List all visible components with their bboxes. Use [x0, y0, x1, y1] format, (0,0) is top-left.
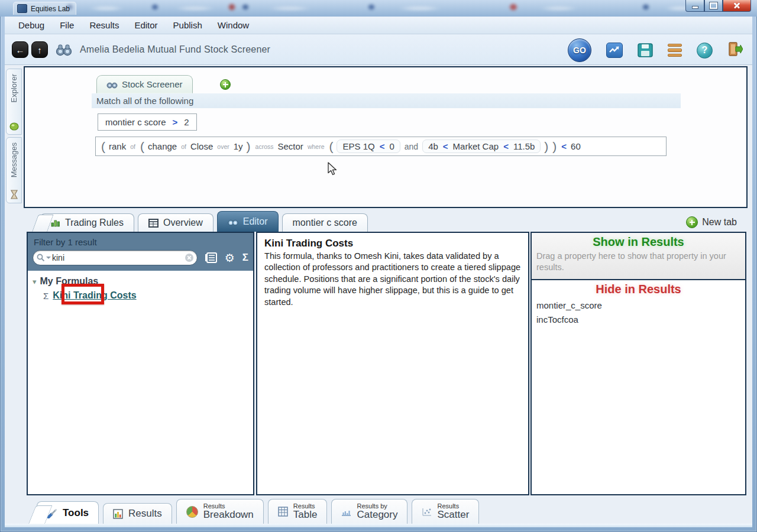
search-field[interactable] [33, 250, 198, 265]
tab-results-scatter[interactable]: Results Scatter [412, 499, 479, 524]
fn-rank: rank [109, 141, 126, 151]
equities-lab-window: Equities Lab Debug File Results Editor P… [0, 0, 757, 532]
show-in-results-dropzone[interactable]: Show in Results Drag a property here to … [532, 233, 745, 280]
kw-of: of [180, 143, 187, 150]
filter-result-count: Filter by 1 result [28, 233, 253, 247]
expander-icon[interactable]: ▾ [33, 277, 37, 286]
mouse-cursor [327, 162, 340, 176]
hide-in-results-dropzone[interactable]: Hide in Results montier_c_score incTocfc… [532, 280, 745, 325]
app-icon [17, 4, 27, 13]
sidebar-tab-messages[interactable]: Messages [6, 137, 22, 203]
maximize-button[interactable] [704, 0, 723, 12]
formula-filter-panel: Filter by 1 result [27, 232, 254, 495]
subexpr-marketcap[interactable]: 4b < Market Cap < 11.5b [422, 140, 541, 153]
menu-results[interactable]: Results [82, 18, 127, 33]
tab-results-breakdown[interactable]: Results Breakdown [176, 499, 264, 524]
hidden-property-item[interactable]: incTocfcoa [532, 310, 745, 325]
formula-value: 2 [184, 117, 189, 127]
fn-change: change [148, 141, 177, 151]
formula-sigma-button[interactable]: Σ [242, 252, 248, 264]
tab-editor[interactable]: Editor [217, 211, 279, 232]
menu-file[interactable]: File [52, 18, 82, 33]
minimize-icon [692, 6, 698, 9]
category-label: Category [357, 510, 397, 521]
sidebar-tab-explorer[interactable]: Explorer [6, 69, 22, 135]
trading-rules-icon [51, 219, 60, 227]
main-tab-strip: Trading Rules Overview Editor montier c … [24, 209, 748, 232]
paren: ( [328, 140, 334, 153]
kw-over: over [216, 143, 230, 150]
tab-trading-rules[interactable]: Trading Rules [40, 213, 134, 232]
exit-door-icon [727, 41, 743, 57]
tree-view-button[interactable] [205, 252, 217, 263]
table-icon [278, 507, 288, 517]
app-title: Equities Lab [31, 5, 70, 13]
backtest-chart-button[interactable] [606, 43, 623, 58]
overview-label: Overview [163, 218, 203, 228]
exit-button[interactable] [727, 41, 743, 59]
save-button[interactable] [638, 43, 653, 57]
tools-label: Tools [63, 507, 89, 519]
titlebar[interactable]: Equities Lab [0, 0, 757, 17]
tree-list-icon [205, 252, 217, 263]
hide-in-results-title: Hide in Results [532, 280, 745, 296]
show-in-results-title: Show in Results [532, 235, 745, 249]
back-button[interactable]: ← [12, 41, 28, 58]
paren: ) [544, 140, 549, 153]
close-button[interactable] [723, 0, 751, 12]
value-60: 60 [571, 141, 581, 151]
match-all-header[interactable]: Match all of the following [92, 93, 681, 108]
tab-results[interactable]: Results [103, 503, 172, 524]
subexpr-eps[interactable]: EPS 1Q < 0 [337, 140, 400, 153]
settings-button[interactable]: ⚙ [225, 252, 235, 264]
match-group: Match all of the following montier c sco… [92, 93, 681, 156]
field-marketcap: Market Cap [453, 141, 499, 151]
app-title-chip: Equities Lab [13, 2, 76, 15]
value-zero: 0 [389, 141, 394, 151]
tab-results-by-category[interactable]: Results by Category [331, 499, 407, 524]
results-label: Results [128, 508, 162, 520]
kw-across: across [254, 143, 275, 150]
hidden-property-item[interactable]: montier_c_score [532, 296, 745, 310]
formula-title: Kini Trading Costs [264, 238, 521, 249]
menu-publish[interactable]: Publish [166, 18, 210, 33]
window-controls [685, 0, 751, 12]
tab-results-table[interactable]: Results Table [268, 499, 328, 524]
titlebar-glass-reflections [0, 0, 757, 17]
menu-window[interactable]: Window [210, 18, 257, 33]
group-sector: Sector [278, 141, 303, 151]
go-button[interactable]: GO [568, 38, 591, 62]
help-button[interactable]: ? [697, 43, 713, 59]
rank-formula-box[interactable]: ( rank of ( change of Close over 1y ) ac… [95, 137, 667, 156]
paren: ) [246, 140, 251, 153]
paren: ( [140, 140, 145, 153]
bottom-window-chrome [5, 524, 752, 527]
gear-icon: ⚙ [225, 252, 235, 264]
lt-operator: < [378, 141, 386, 151]
tab-stock-screener[interactable]: Stock Screener [96, 75, 193, 93]
toolbar-left: ← ↑ Amelia Bedelia Mutual Fund Stock Scr… [12, 41, 270, 58]
new-tab-button[interactable]: New tab [686, 216, 737, 228]
menu-editor[interactable]: Editor [127, 18, 165, 33]
tab-montier-c-score[interactable]: montier c score [282, 213, 368, 232]
bottom-tab-strip: Tools Results Results Breakdown [28, 499, 738, 524]
formula-description: This formula, thanks to Omesh Kini, take… [264, 251, 523, 308]
new-tab-label: New tab [702, 217, 737, 228]
montier-formula-box[interactable]: montier c score > 2 [98, 113, 197, 131]
minimize-button[interactable] [685, 0, 704, 12]
filter-header-area: Filter by 1 result [28, 233, 253, 271]
results-list-button[interactable] [668, 44, 682, 57]
menu-debug[interactable]: Debug [11, 18, 52, 33]
table-label: Table [293, 510, 318, 521]
tab-overview[interactable]: Overview [138, 213, 213, 232]
category-bars-icon [341, 507, 351, 517]
paren: ) [552, 140, 557, 153]
results-properties-panel: Show in Results Drag a property here to … [530, 232, 746, 495]
search-options-caret[interactable] [46, 257, 51, 259]
clear-search-button[interactable] [185, 254, 193, 262]
editor-binoculars-icon [228, 218, 238, 226]
editor-label: Editor [243, 216, 268, 227]
add-screener-tab-button[interactable] [220, 79, 231, 90]
search-input[interactable] [51, 252, 172, 263]
up-button[interactable]: ↑ [31, 41, 48, 58]
